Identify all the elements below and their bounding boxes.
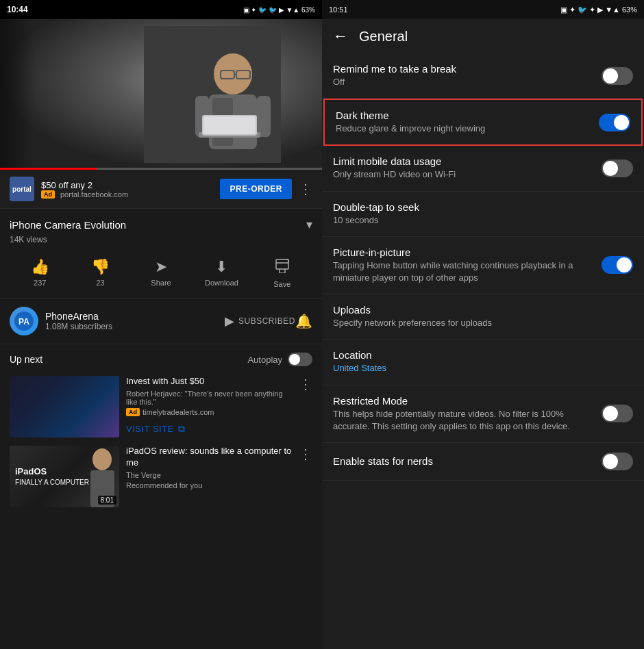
autoplay-row: Autoplay (247, 353, 312, 366)
pre-order-button[interactable]: PRE-ORDER (220, 179, 292, 199)
video-card-info-ipad: iPadOS review: sounds like a computer to… (126, 446, 292, 507)
settings-item-title-remind: Remind me to take a break (333, 63, 602, 75)
restricted-mode-toggle[interactable] (602, 405, 633, 422)
video-card-title-ad: Invest with Just $50 (126, 376, 292, 387)
ad-logo-text: portal (12, 186, 32, 193)
up-next-header: Up next Autoplay (0, 344, 322, 372)
settings-item-title-double-tap: Double-tap to seek (333, 201, 633, 213)
dislike-icon: 👎 (91, 258, 110, 276)
settings-item-mobile-data[interactable]: Limit mobile data usage Only stream HD v… (322, 146, 644, 191)
share-button[interactable]: ➤ Share (131, 254, 191, 292)
settings-item-double-tap[interactable]: Double-tap to seek 10 seconds (322, 192, 644, 237)
video-views: 14K views (10, 235, 312, 244)
settings-item-text-uploads: Uploads Specify network preferences for … (333, 304, 633, 329)
download-label: Download (205, 279, 238, 287)
autoplay-label: Autoplay (247, 355, 282, 365)
video-thumb-ad[interactable] (10, 376, 119, 437)
time-left: 10:44 (7, 5, 28, 14)
remind-toggle[interactable] (602, 67, 633, 85)
svg-rect-12 (202, 115, 257, 136)
like-icon: 👍 (31, 258, 49, 276)
settings-item-text-mobile-data: Limit mobile data usage Only stream HD v… (333, 155, 602, 181)
status-bar-left: 10:44 ▣ ✦ 🐦 🐦 ▶ ▼▲ 63% (0, 0, 322, 19)
status-icons-right: ▣ ✦ 🐦 ✦ ▶ ▼▲ 63% (560, 5, 637, 14)
svg-rect-8 (257, 96, 271, 137)
settings-item-subtitle-pip: Tapping Home button while watching conti… (333, 259, 602, 284)
svg-rect-13 (276, 259, 288, 269)
video-card-ad-row: Ad timelytradealerts.com (126, 408, 292, 416)
save-button[interactable]: Save (252, 254, 312, 292)
settings-item-uploads[interactable]: Uploads Specify network preferences for … (322, 294, 644, 340)
like-button[interactable]: 👍 237 (10, 254, 70, 292)
channel-avatar: PA (10, 307, 38, 335)
settings-page-title: General (359, 29, 408, 44)
video-thumb-ipad[interactable]: iPadOS FINALLY A COMPUTER 8:01 (10, 446, 119, 507)
download-button[interactable]: ⬇ Download (191, 254, 251, 292)
channel-subs: 1.08M subscribers (45, 322, 225, 331)
ad-card-url: timelytradealerts.com (143, 408, 214, 416)
action-buttons: 👍 237 👎 23 ➤ Share ⬇ Download (0, 249, 322, 298)
settings-item-text-remind: Remind me to take a break Off (333, 63, 602, 88)
video-progress-bar[interactable] (0, 168, 322, 170)
status-icons-left: ▣ ✦ 🐦 🐦 ▶ ▼▲ 63% (243, 6, 315, 14)
settings-item-dark-theme[interactable]: Dark theme Reduce glare & improve night … (323, 99, 643, 146)
video-progress-fill (0, 168, 97, 170)
settings-item-text-stats: Enable stats for nerds (333, 455, 602, 467)
video-card-more-icon-ad[interactable]: ⋮ (299, 376, 312, 392)
visit-site-button[interactable]: VISIT SITE ⧉ (126, 420, 185, 437)
up-next-label: Up next (10, 354, 42, 365)
settings-item-subtitle-location: United States (333, 362, 633, 374)
status-bar-right: 10:51 ▣ ✦ 🐦 ✦ ▶ ▼▲ 63% (322, 0, 644, 19)
settings-item-title-restricted: Restricted Mode (333, 395, 602, 407)
dark-theme-toggle[interactable] (599, 114, 630, 131)
dislike-button[interactable]: 👎 23 (70, 254, 130, 292)
settings-header: ← General (322, 19, 644, 53)
video-card-source: The Verge (126, 471, 292, 479)
settings-item-pip[interactable]: Picture-in-picture Tapping Home button w… (322, 237, 644, 294)
thumb-duration: 8:01 (98, 496, 116, 505)
back-button[interactable]: ← (333, 27, 348, 45)
settings-item-text-double-tap: Double-tap to seek 10 seconds (333, 201, 633, 227)
settings-item-subtitle-uploads: Specify network preferences for uploads (333, 317, 633, 329)
stats-toggle[interactable] (602, 453, 633, 470)
ad-banner: portal $50 off any 2 Ad portal.facebook.… (0, 170, 322, 209)
bell-icon[interactable]: 🔔 (295, 313, 312, 329)
visit-site-label: VISIT SITE (126, 424, 174, 434)
settings-item-subtitle-remind: Off (333, 76, 602, 88)
settings-item-title-uploads: Uploads (333, 304, 633, 316)
settings-item-title-stats: Enable stats for nerds (333, 455, 602, 467)
settings-item-subtitle-mobile-data: Only stream HD video on Wi-Fi (333, 168, 602, 181)
settings-item-title-dark-theme: Dark theme (336, 110, 599, 121)
video-card-more-icon-ipad[interactable]: ⋮ (299, 446, 312, 462)
svg-point-1 (214, 53, 252, 94)
autoplay-toggle[interactable] (288, 353, 312, 366)
settings-item-subtitle-dark-theme: Reduce glare & improve night viewing (336, 123, 599, 135)
video-info: iPhone Camera Evolution ▾ 14K views (0, 209, 322, 249)
ad-url: portal.facebook.com (60, 190, 128, 199)
mobile-data-toggle[interactable] (602, 160, 633, 177)
settings-item-title-pip: Picture-in-picture (333, 246, 602, 258)
ad-logo: portal (10, 177, 34, 201)
channel-name: PhoneArena (45, 311, 225, 322)
settings-item-stats[interactable]: Enable stats for nerds (322, 443, 644, 481)
share-label: Share (151, 279, 171, 287)
video-card-ipad: iPadOS FINALLY A COMPUTER 8:01 iPadOS re… (0, 442, 322, 511)
settings-list: Remind me to take a break Off Dark theme… (322, 53, 644, 649)
settings-item-text-pip: Picture-in-picture Tapping Home button w… (333, 246, 602, 284)
svg-text:PA: PA (18, 317, 29, 327)
subscribed-button[interactable]: ▶ SUBSCRIBED (225, 314, 295, 329)
settings-item-location[interactable]: Location United States (322, 340, 644, 385)
pip-toggle[interactable] (602, 256, 633, 274)
time-right: 10:51 (329, 5, 348, 14)
settings-item-text-dark-theme: Dark theme Reduce glare & improve night … (336, 110, 599, 135)
settings-item-restricted[interactable]: Restricted Mode This helps hide potentia… (322, 385, 644, 443)
settings-item-text-restricted: Restricted Mode This helps hide potentia… (333, 395, 602, 433)
more-options-icon[interactable]: ⋮ (299, 181, 312, 197)
save-label: Save (273, 280, 290, 288)
settings-item-subtitle-double-tap: 10 seconds (333, 214, 633, 227)
video-thumbnail[interactable] (0, 19, 322, 170)
settings-item-remind[interactable]: Remind me to take a break Off (322, 53, 644, 99)
chevron-down-icon[interactable]: ▾ (306, 217, 312, 232)
video-card-title-ipad: iPadOS review: sounds like a computer to… (126, 446, 292, 469)
video-card-info-ad: Invest with Just $50 Robert Herjavec: "T… (126, 376, 292, 437)
